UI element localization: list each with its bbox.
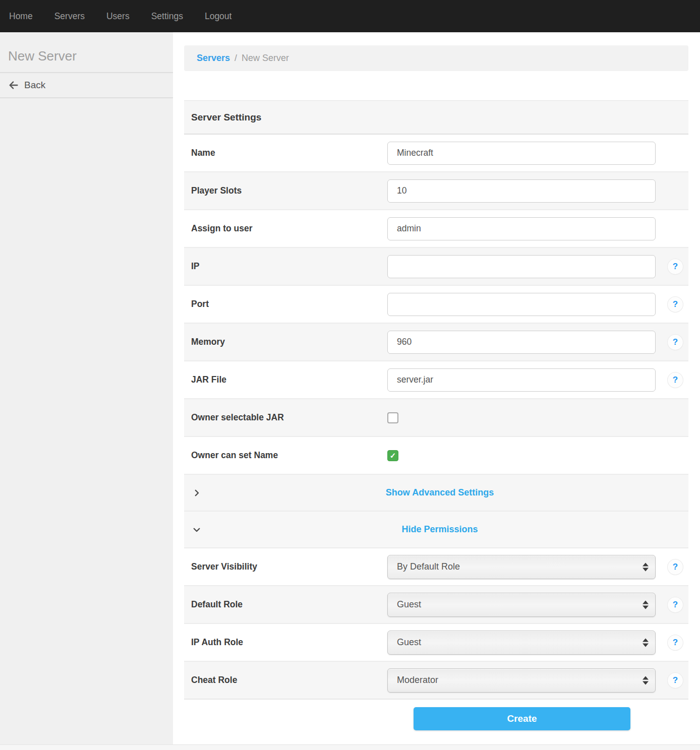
default-role-select[interactable]: Guest	[387, 593, 656, 617]
footer-strip	[0, 744, 700, 750]
top-navbar: Home Servers Users Settings Logout	[0, 0, 700, 32]
ip-help-icon[interactable]: ?	[668, 259, 683, 274]
section-title: Server Settings	[191, 112, 261, 123]
memory-help-icon[interactable]: ?	[668, 335, 683, 350]
default-role-help-icon[interactable]: ?	[668, 597, 683, 612]
form-row-ip: IP ?	[184, 248, 688, 286]
jar-file-help-icon[interactable]: ?	[668, 372, 683, 388]
server-settings-form: Server Settings Name Player Slots Assign…	[184, 100, 688, 700]
nav-item-home[interactable]: Home	[9, 11, 33, 22]
ip-auth-role-select[interactable]: Guest	[387, 631, 656, 655]
assign-to-user-input[interactable]	[387, 217, 656, 240]
nav-item-servers[interactable]: Servers	[54, 11, 85, 22]
nav-item-logout[interactable]: Logout	[205, 11, 232, 22]
chevron-down-icon	[192, 525, 201, 534]
owner-selectable-jar-label: Owner selectable JAR	[191, 412, 387, 423]
form-row-show-advanced: Show Advanced Settings	[184, 475, 688, 512]
form-row-ip-auth-role: IP Auth Role Guest ?	[184, 624, 688, 662]
select-arrows-icon	[643, 562, 649, 571]
nav-item-users[interactable]: Users	[106, 11, 130, 22]
form-row-default-role: Default Role Guest ?	[184, 586, 688, 624]
owner-can-set-name-label: Owner can set Name	[191, 450, 387, 461]
page-title: New Server	[0, 32, 173, 73]
form-section-header: Server Settings	[184, 101, 688, 135]
select-arrows-icon	[643, 600, 649, 609]
ip-label: IP	[191, 261, 387, 272]
cheat-role-selected-value: Moderator	[397, 675, 438, 685]
assign-to-user-label: Assign to user	[191, 223, 387, 234]
memory-label: Memory	[191, 337, 387, 347]
server-visibility-help-icon[interactable]: ?	[668, 559, 683, 575]
show-advanced-settings-link[interactable]: Show Advanced Settings	[386, 487, 494, 498]
port-input[interactable]	[387, 293, 656, 316]
player-slots-label: Player Slots	[191, 185, 387, 196]
jar-file-input[interactable]	[387, 368, 656, 392]
form-row-name: Name	[184, 135, 688, 172]
check-icon: ✓	[390, 451, 396, 460]
hide-permissions-link[interactable]: Hide Permissions	[401, 524, 478, 535]
port-label: Port	[191, 299, 387, 309]
name-input[interactable]	[387, 142, 656, 165]
server-visibility-selected-value: By Default Role	[397, 561, 460, 572]
back-button[interactable]: Back	[0, 73, 173, 98]
name-label: Name	[191, 148, 387, 158]
select-arrows-icon	[643, 638, 649, 647]
create-button[interactable]: Create	[414, 707, 630, 730]
form-row-jar-file: JAR File ?	[184, 361, 688, 399]
breadcrumb-servers-link[interactable]: Servers	[197, 53, 230, 64]
owner-can-set-name-checkbox[interactable]: ✓	[387, 450, 398, 461]
breadcrumb-separator: /	[235, 53, 237, 64]
form-row-owner-can-set-name: Owner can set Name ✓	[184, 437, 688, 475]
form-row-cheat-role: Cheat Role Moderator ?	[184, 662, 688, 700]
cheat-role-select[interactable]: Moderator	[387, 668, 656, 693]
form-row-port: Port ?	[184, 286, 688, 324]
breadcrumb-current: New Server	[242, 53, 289, 64]
jar-file-label: JAR File	[191, 374, 387, 385]
cheat-role-help-icon[interactable]: ?	[668, 673, 683, 688]
breadcrumb: Servers / New Server	[184, 45, 688, 71]
nav-item-settings[interactable]: Settings	[151, 11, 183, 22]
sidebar: New Server Back	[0, 32, 173, 744]
main-content: Servers / New Server Server Settings Nam…	[184, 32, 688, 730]
form-row-server-visibility: Server Visibility By Default Role ?	[184, 548, 688, 586]
server-visibility-label: Server Visibility	[191, 561, 387, 572]
form-row-player-slots: Player Slots	[184, 172, 688, 210]
form-row-owner-selectable-jar: Owner selectable JAR	[184, 399, 688, 437]
default-role-selected-value: Guest	[397, 599, 421, 610]
form-row-memory: Memory ?	[184, 324, 688, 361]
chevron-right-icon	[192, 488, 201, 497]
memory-input[interactable]	[387, 331, 656, 354]
cheat-role-label: Cheat Role	[191, 675, 387, 685]
server-visibility-select[interactable]: By Default Role	[387, 555, 656, 579]
ip-input[interactable]	[387, 255, 656, 278]
ip-auth-role-help-icon[interactable]: ?	[668, 635, 683, 650]
form-row-assign-to-user: Assign to user	[184, 210, 688, 248]
form-row-hide-permissions: Hide Permissions	[184, 512, 688, 548]
arrow-left-icon	[8, 80, 19, 91]
ip-auth-role-label: IP Auth Role	[191, 637, 387, 648]
owner-selectable-jar-checkbox[interactable]	[387, 412, 398, 423]
default-role-label: Default Role	[191, 599, 387, 610]
player-slots-input[interactable]	[387, 179, 656, 203]
port-help-icon[interactable]: ?	[668, 297, 683, 312]
ip-auth-role-selected-value: Guest	[397, 637, 421, 648]
create-button-row: Create	[184, 707, 688, 730]
select-arrows-icon	[643, 676, 649, 684]
back-label: Back	[24, 80, 45, 91]
